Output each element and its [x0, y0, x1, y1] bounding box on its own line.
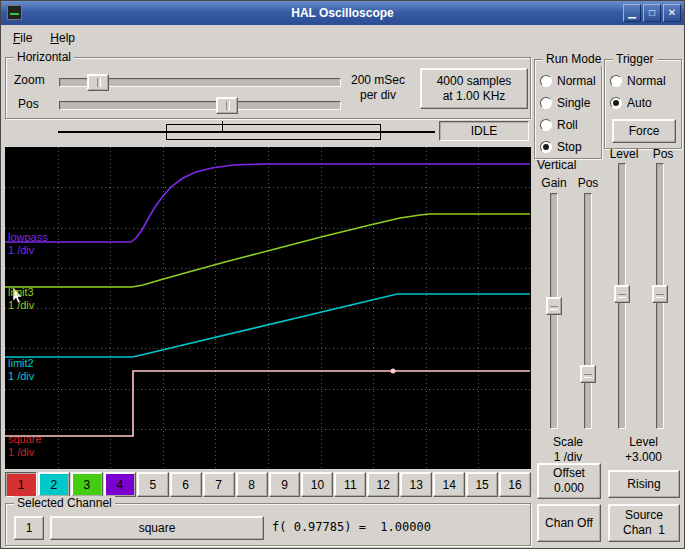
titlebar[interactable]: HAL Oscilloscope ▁ □ ✕ — [1, 1, 684, 25]
channel-button-10[interactable]: 10 — [301, 472, 333, 497]
radio-icon — [610, 97, 622, 109]
horizontal-pos-slider[interactable] — [59, 96, 341, 115]
trace-label-limit3: limit31 /div — [8, 286, 34, 312]
trace-label-lowpass: lowpass1 /div — [8, 231, 48, 257]
radio-label: Stop — [557, 140, 582, 154]
vertical-pos-slider-label: Pos — [572, 176, 604, 190]
trigger-source-line2: Chan 1 — [623, 523, 665, 538]
run-mode-option-stop[interactable]: Stop — [535, 136, 601, 158]
trigger-option-auto[interactable]: Auto — [605, 92, 681, 114]
hal-oscilloscope-window: HAL Oscilloscope ▁ □ ✕ File Help Horizon… — [0, 0, 685, 549]
minimize-icon[interactable]: ▁ — [623, 4, 641, 22]
vertical-section-label: Vertical — [537, 158, 576, 172]
trace-label-square: square1 /div — [8, 433, 42, 459]
trigger-pos-slider[interactable] — [651, 163, 669, 429]
menu-file[interactable]: File — [4, 26, 41, 49]
radio-icon — [540, 75, 552, 87]
radio-label: Auto — [627, 96, 652, 110]
record-length-button[interactable]: 4000 samples at 1.00 KHz — [420, 68, 528, 109]
channel-button-8[interactable]: 8 — [236, 472, 268, 497]
trace-lowpass — [5, 164, 530, 242]
run-mode-option-normal[interactable]: Normal — [535, 70, 601, 92]
selected-channel-name-button[interactable]: square — [50, 516, 264, 540]
selected-channel-frame-label: Selected Channel — [14, 496, 115, 510]
trigger-frame-label: Trigger — [613, 52, 657, 66]
channel-button-1[interactable]: 1 — [5, 472, 37, 497]
channel-value-readout: f( 0.97785) = 1.00000 — [272, 520, 431, 534]
trigger-level-caption: Level — [605, 435, 682, 449]
trace-limit3 — [5, 214, 530, 287]
channel-button-14[interactable]: 14 — [433, 472, 465, 497]
trigger-source-line1: Source — [625, 508, 663, 523]
horizontal-pos-slider-trough[interactable] — [59, 101, 341, 110]
horizontal-frame-label: Horizontal — [14, 50, 74, 64]
zoom-slider[interactable] — [59, 73, 341, 92]
horizontal-pos-slider-handle[interactable] — [216, 97, 238, 114]
vertical-pos-slider[interactable] — [579, 193, 597, 429]
maximize-icon[interactable]: □ — [643, 4, 661, 22]
trigger-source-button[interactable]: Source Chan 1 — [608, 504, 680, 542]
close-icon[interactable]: ✕ — [663, 4, 681, 22]
trace-square — [5, 371, 530, 436]
channel-button-11[interactable]: 11 — [334, 472, 366, 497]
trigger-level-slider-handle[interactable] — [614, 285, 630, 303]
gain-slider[interactable] — [545, 193, 563, 429]
record-length-line1: 4000 samples — [437, 74, 512, 89]
sweep-rate-line2: per div — [343, 88, 413, 103]
channel-button-7[interactable]: 7 — [203, 472, 235, 497]
zoom-slider-handle[interactable] — [87, 74, 109, 91]
trace-limit2 — [5, 294, 530, 357]
trigger-level-slider[interactable] — [613, 163, 631, 429]
trigger-mode-options: NormalAuto — [605, 70, 681, 114]
trigger-level-value: +3.000 — [605, 450, 682, 464]
channel-button-3[interactable]: 3 — [71, 472, 103, 497]
channel-button-6[interactable]: 6 — [170, 472, 202, 497]
capture-preview-window — [166, 124, 381, 140]
radio-label: Normal — [627, 74, 666, 88]
channel-button-15[interactable]: 15 — [466, 472, 498, 497]
channel-button-13[interactable]: 13 — [400, 472, 432, 497]
chan-off-button[interactable]: Chan Off — [537, 504, 601, 542]
run-mode-frame: Run Mode NormalSingleRollStop — [534, 59, 602, 159]
channel-button-16[interactable]: 16 — [499, 472, 531, 497]
channel-button-9[interactable]: 9 — [269, 472, 301, 497]
selected-channel-number-button[interactable]: 1 — [14, 516, 44, 540]
trigger-option-normal[interactable]: Normal — [605, 70, 681, 92]
run-mode-option-single[interactable]: Single — [535, 92, 601, 114]
pos-label: Pos — [18, 97, 39, 111]
trace-label-limit2: limit21 /div — [8, 357, 34, 383]
sweep-rate: 200 mSec per div — [343, 73, 413, 103]
zoom-label: Zoom — [14, 73, 45, 87]
window-controls: ▁ □ ✕ — [623, 4, 681, 22]
gain-slider-label: Gain — [537, 176, 571, 190]
scale-caption: Scale — [535, 435, 601, 449]
run-mode-option-roll[interactable]: Roll — [535, 114, 601, 136]
channel-button-5[interactable]: 5 — [137, 472, 169, 497]
radio-label: Normal — [557, 74, 596, 88]
scale-value: 1 /div — [535, 450, 601, 464]
radio-icon — [540, 119, 552, 131]
channel-button-4[interactable]: 4 — [104, 472, 136, 497]
status-indicator: IDLE — [439, 121, 529, 141]
offset-line2: 0.000 — [554, 481, 584, 496]
trigger-pos-slider-label: Pos — [649, 147, 677, 161]
sweep-rate-line1: 200 mSec — [343, 73, 413, 88]
force-trigger-button[interactable]: Force — [612, 119, 676, 143]
gain-slider-handle[interactable] — [546, 297, 562, 315]
channel-button-2[interactable]: 2 — [38, 472, 70, 497]
radio-icon — [610, 75, 622, 87]
channel-button-12[interactable]: 12 — [367, 472, 399, 497]
trigger-pos-slider-handle[interactable] — [652, 285, 668, 303]
trigger-level-slider-label: Level — [605, 147, 643, 161]
menubar: File Help — [2, 26, 684, 49]
trace-marker — [391, 369, 396, 374]
run-mode-options: NormalSingleRollStop — [535, 70, 601, 158]
vertical-pos-slider-handle[interactable] — [580, 365, 596, 383]
window-title: HAL Oscilloscope — [1, 1, 684, 25]
radio-label: Roll — [557, 118, 578, 132]
offset-button[interactable]: Offset 0.000 — [537, 463, 601, 499]
trigger-edge-button[interactable]: Rising — [608, 470, 680, 498]
run-mode-frame-label: Run Mode — [543, 52, 604, 66]
vertical-pos-slider-trough[interactable] — [584, 193, 592, 429]
menu-help[interactable]: Help — [41, 26, 84, 49]
